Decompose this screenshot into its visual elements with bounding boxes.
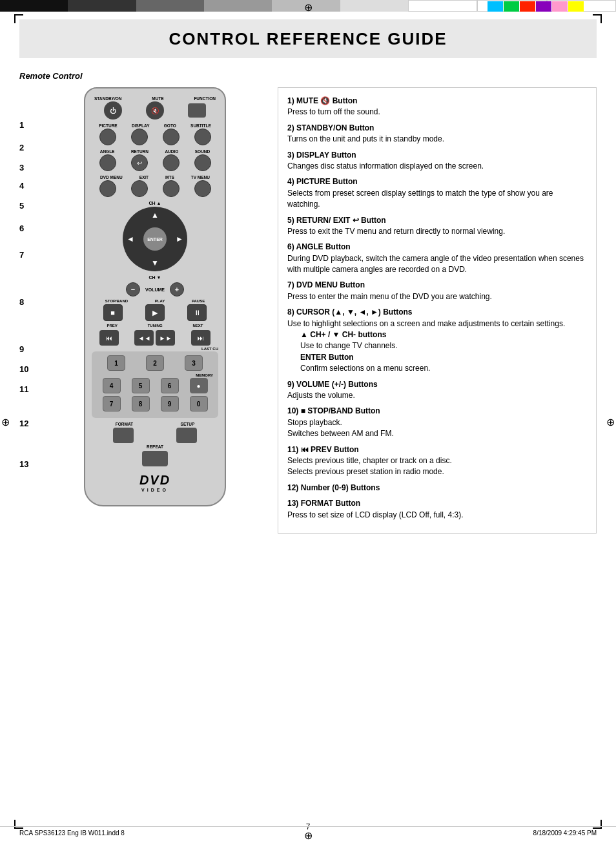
num-3-button[interactable]: 3: [185, 355, 203, 371]
num-2-button[interactable]: 2: [146, 355, 164, 371]
num-label-10: 10: [19, 365, 28, 373]
repeat-button[interactable]: [142, 451, 168, 466]
num-label-12: 12: [19, 419, 28, 428]
num-9-button[interactable]: 9: [161, 396, 179, 411]
desc-body-4: Selects from preset screen display setti…: [287, 189, 553, 209]
row1-buttons: ⏻ 🔇: [92, 101, 218, 120]
audio-label: AUDIO: [165, 149, 178, 154]
num-label-8: 8: [19, 298, 28, 306]
function-button[interactable]: [188, 103, 206, 118]
num-label-7: 7: [19, 251, 28, 259]
header-background: CONTROL REFERENCE GUIDE: [19, 19, 597, 58]
mts-button[interactable]: [163, 180, 180, 197]
stop-label: STOP/BAND: [105, 299, 128, 303]
ch-minus-label: CH ▼: [92, 275, 218, 280]
pause-label: PAUSE: [192, 299, 205, 303]
audio-button[interactable]: [163, 154, 180, 171]
num-label-11: 11: [19, 385, 28, 393]
desc-title-1: 1) MUTE 🔇 Button: [287, 96, 357, 105]
dpad-right-arrow[interactable]: ►: [176, 234, 183, 244]
display-button[interactable]: [131, 129, 148, 145]
desc-sub2-title-8: ENTER Button: [300, 353, 354, 362]
num-label-9: 9: [19, 345, 28, 353]
goto-button[interactable]: [163, 129, 180, 145]
picture-button[interactable]: [99, 129, 116, 145]
enter-button[interactable]: ENTER: [143, 227, 167, 251]
num-label-2: 2: [19, 143, 28, 152]
two-column-layout: 1 2 3 4 5 6 7 8 9 10 11 12 13: [19, 87, 597, 534]
numpad-row-2: 4 5 6 ●: [97, 378, 213, 393]
volume-plus-button[interactable]: +: [170, 282, 184, 297]
angle-button[interactable]: [99, 154, 116, 171]
desc-body-6: During DVD playback, switch the camera a…: [287, 254, 584, 274]
sound-label: SOUND: [195, 149, 210, 154]
desc-item-11: 11) ⏮ PREV Button Selects previous title…: [287, 444, 587, 478]
subtitle-button[interactable]: [194, 129, 211, 145]
dvd-logo: DVD: [92, 473, 218, 488]
desc-item-3: 3) DISPLAY Button Changes disc status in…: [287, 150, 587, 172]
desc-title-8: 8) CURSOR (▲, ▼, ◄, ►) Buttons: [287, 307, 413, 317]
last-ch-label: LAST CH: [92, 347, 218, 351]
exit-button[interactable]: [131, 180, 148, 197]
return-button[interactable]: ↩: [131, 154, 148, 171]
num-6-button[interactable]: 6: [161, 378, 179, 393]
mute-button[interactable]: 🔇: [146, 101, 164, 120]
next-button[interactable]: ⏭: [191, 330, 210, 346]
desc-item-5: 5) RETURN/ EXIT ↩ Button Press to exit t…: [287, 215, 587, 238]
desc-title-6: 6) ANGLE Button: [287, 242, 351, 251]
desc-body-2: Turns on the unit and puts it in standby…: [287, 134, 444, 143]
num-0-button[interactable]: 0: [190, 396, 208, 411]
setup-button[interactable]: [176, 428, 197, 443]
desc-item-2: 2) STANDBY/ON Button Turns on the unit a…: [287, 123, 587, 145]
skip-buttons: ⏮ ◄◄ ►► ⏭: [92, 330, 218, 346]
memory-button[interactable]: ●: [190, 378, 208, 393]
goto-label: GOTO: [164, 123, 176, 128]
row4-labels: DVD MENU EXIT MTS TV MENU: [92, 175, 218, 180]
mts-label: MTS: [165, 175, 174, 180]
left-crosshair: ⊕: [1, 415, 10, 428]
footer: RCA SPS36123 Eng IB W011.indd 8 8/18/200…: [0, 826, 616, 837]
dvd-menu-button[interactable]: [99, 180, 116, 197]
desc-sub1-body-8: Use to change TV channels.: [300, 341, 398, 350]
footer-left: RCA SPS36123 Eng IB W011.indd 8: [19, 829, 125, 837]
numpad-row-3: 7 8 9 0: [97, 396, 213, 411]
dpad-up-arrow[interactable]: ▲: [151, 211, 159, 220]
transport-buttons: ■ ▶ ⏸: [92, 304, 218, 321]
format-button[interactable]: [113, 428, 134, 443]
tuning-label: TUNING: [148, 324, 163, 328]
stop-button[interactable]: ■: [103, 304, 123, 321]
ch-plus-label: CH ▲: [92, 201, 218, 205]
num-label-4: 4: [19, 182, 28, 190]
num-7-button[interactable]: 7: [103, 396, 121, 411]
desc-item-12: 12) Number (0-9) Buttons: [287, 483, 587, 494]
exit-label: EXIT: [139, 175, 149, 180]
sound-button[interactable]: [194, 154, 211, 171]
num-label-6: 6: [19, 224, 28, 233]
tuning-back-button[interactable]: ◄◄: [134, 330, 154, 346]
numpad: 1 2 3 MEMORY 4 5 6 ● 7 8: [92, 351, 218, 418]
num-4-button[interactable]: 4: [103, 378, 121, 393]
tuning-fwd-button[interactable]: ►►: [156, 330, 175, 346]
dpad-left-arrow[interactable]: ◄: [127, 234, 134, 244]
desc-sub1-title-8: ▲ CH+ / ▼ CH- buttons: [300, 330, 386, 339]
num-1-button[interactable]: 1: [107, 355, 125, 371]
dpad-down-arrow[interactable]: ▼: [151, 258, 159, 267]
dvdmenu-label: DVD MENU: [100, 175, 123, 180]
volume-minus-button[interactable]: −: [126, 282, 140, 297]
pause-button[interactable]: ⏸: [187, 304, 207, 321]
desc-body-11: Selects previous title, chapter or track…: [287, 456, 452, 476]
memory-label: MEMORY: [97, 373, 213, 377]
tv-menu-button[interactable]: [194, 180, 211, 197]
num-labels: 1 2 3 4 5 6 7 8 9 10 11 12 13: [19, 121, 28, 468]
standby-button[interactable]: ⏻: [104, 101, 122, 120]
desc-body-13: Press to set size of LCD display (LCD Of…: [287, 510, 464, 519]
desc-title-9: 9) VOLUME (+/-) Buttons: [287, 380, 378, 389]
num-5-button[interactable]: 5: [132, 378, 150, 393]
num-8-button[interactable]: 8: [132, 396, 150, 411]
desc-item-13: 13) FORMAT Button Press to set size of L…: [287, 498, 587, 521]
desc-body-5: Press to exit the TV menu and return dir…: [287, 227, 505, 236]
bottom-labels: FORMAT SETUP: [92, 422, 218, 426]
play-button[interactable]: ▶: [145, 304, 165, 321]
prev-button[interactable]: ⏮: [99, 330, 119, 346]
num-label-3: 3: [19, 163, 28, 172]
